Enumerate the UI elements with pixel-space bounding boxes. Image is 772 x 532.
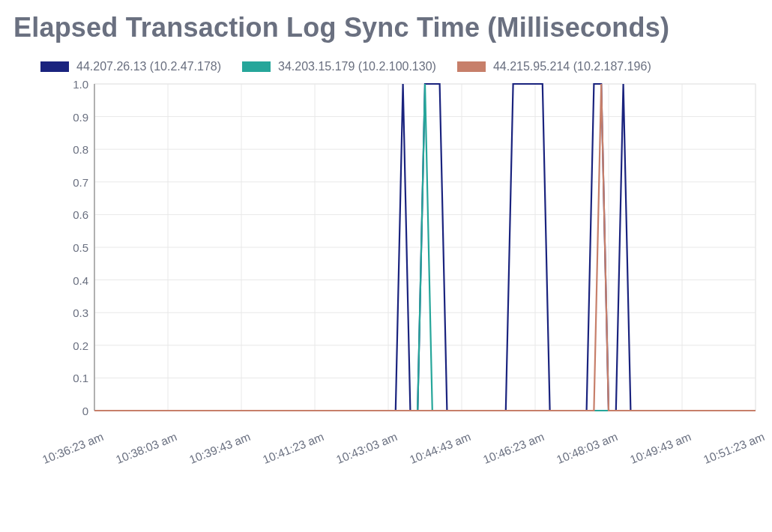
y-tick-label: 0.4 xyxy=(57,273,88,286)
legend-item-series-2[interactable]: 34.203.15.179 (10.2.100.130) xyxy=(242,60,436,73)
chart-title: Elapsed Transaction Log Sync Time (Milli… xyxy=(13,12,759,43)
plot-area: 00.10.20.30.40.50.60.70.80.91.0 10:36:23… xyxy=(49,79,759,472)
y-tick-label: 0.8 xyxy=(57,143,88,156)
y-tick-label: 0 xyxy=(57,405,88,417)
x-tick-label: 10:39:43 am xyxy=(187,430,253,467)
x-tick-label: 10:46:23 am xyxy=(481,430,546,467)
y-tick-label: 0.3 xyxy=(57,306,88,319)
y-tick-label: 0.1 xyxy=(57,372,88,384)
x-tick-label: 10:44:43 am xyxy=(408,430,473,467)
x-tick-label: 10:36:23 am xyxy=(40,430,106,467)
swatch-series-3 xyxy=(457,61,486,72)
y-tick-label: 0.6 xyxy=(57,208,88,221)
x-tick-label: 10:38:03 am xyxy=(114,430,179,467)
legend: 44.207.26.13 (10.2.47.178) 34.203.15.179… xyxy=(40,60,759,73)
x-tick-label: 10:43:03 am xyxy=(334,430,399,467)
x-tick-label: 10:51:23 am xyxy=(702,430,767,467)
y-tick-label: 0.2 xyxy=(57,339,88,351)
x-tick-label: 10:48:03 am xyxy=(555,430,620,467)
y-tick-label: 0.5 xyxy=(57,241,88,254)
legend-label-series-2: 34.203.15.179 (10.2.100.130) xyxy=(278,60,436,73)
y-tick-label: 0.7 xyxy=(57,175,88,188)
legend-label-series-3: 44.215.95.214 (10.2.187.196) xyxy=(493,60,651,73)
y-tick-label: 0.9 xyxy=(57,110,88,123)
x-tick-label: 10:49:43 am xyxy=(628,430,693,467)
y-tick-label: 1.0 xyxy=(57,78,88,91)
swatch-series-1 xyxy=(40,61,69,72)
x-tick-label: 10:41:23 am xyxy=(261,430,326,467)
x-axis-labels: 10:36:23 am10:38:03 am10:39:43 am10:41:2… xyxy=(49,427,769,472)
chart-svg[interactable] xyxy=(49,79,769,424)
legend-item-series-1[interactable]: 44.207.26.13 (10.2.47.178) xyxy=(40,60,221,73)
swatch-series-2 xyxy=(242,61,271,72)
legend-item-series-3[interactable]: 44.215.95.214 (10.2.187.196) xyxy=(457,60,651,73)
legend-label-series-1: 44.207.26.13 (10.2.47.178) xyxy=(76,60,221,73)
